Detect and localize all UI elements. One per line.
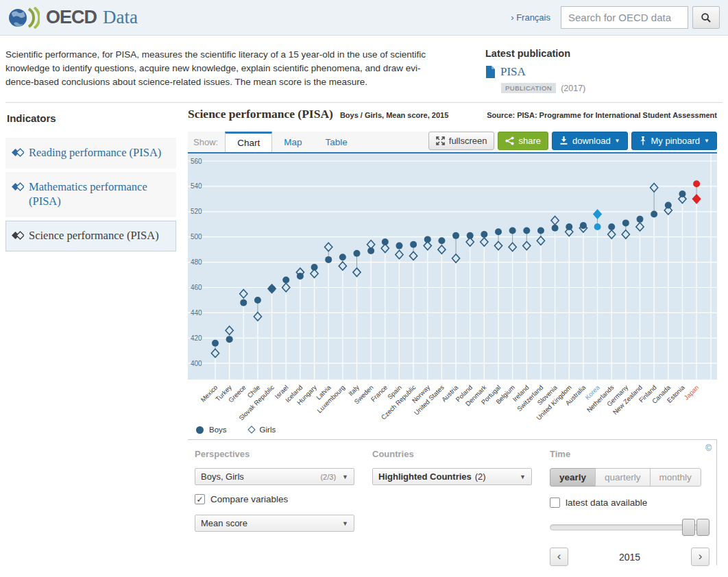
publication-badge: PUBLICATION [501, 83, 556, 93]
frequency-monthly-button[interactable]: monthly [650, 468, 701, 487]
time-range-slider [550, 518, 709, 537]
chart-source: Source: PISA: Programme for Internationa… [487, 111, 717, 119]
chevron-down-icon: ▼ [342, 474, 348, 480]
tab-chart[interactable]: Chart [225, 132, 272, 152]
page-title: Science performance (PISA) [188, 107, 333, 121]
sidebar-item-mathematics-performance[interactable]: Mathematics performance (PISA) [5, 172, 176, 217]
compare-variables-checkbox[interactable]: ✓ Compare variables [195, 494, 354, 504]
indicator-icon [12, 182, 24, 191]
share-icon [505, 136, 514, 145]
my-pinboard-button[interactable]: My pinboard ▼ [631, 132, 717, 150]
chevron-down-icon: ▼ [342, 520, 348, 527]
measure-dropdown[interactable]: Mean score ▼ [195, 515, 354, 532]
chevron-down-icon: ▼ [520, 474, 526, 480]
current-year-label: 2015 [619, 552, 640, 563]
top-header: OECD Data › Français [0, 0, 728, 36]
time-heading: Time [550, 449, 709, 459]
frequency-toggle: yearly quarterly monthly [550, 468, 701, 487]
time-panel: Time yearly quarterly monthly latest dat… [550, 449, 709, 545]
chart-controls-panel: © Perspectives Boys, Girls (2/3) ▼ ✓ Com… [188, 439, 717, 565]
chevron-down-icon: ▼ [704, 138, 709, 144]
svg-text:520: 520 [191, 208, 202, 215]
countries-heading: Countries [372, 449, 532, 459]
chevron-down-icon: ▼ [615, 138, 620, 144]
brand-data-text: Data [103, 7, 138, 28]
copyright-icon[interactable]: © [705, 443, 712, 453]
indicators-sidebar: Indicators Reading performance (PISA) Ma… [5, 103, 176, 255]
svg-text:400: 400 [191, 360, 202, 367]
search-button[interactable] [692, 6, 720, 29]
language-switch-link[interactable]: › Français [511, 12, 550, 23]
oecd-data-logo[interactable]: OECD Data [8, 7, 138, 29]
sidebar-item-label: Reading performance (PISA) [29, 145, 161, 160]
search-icon [701, 12, 712, 23]
publication-title: PISA [500, 65, 526, 79]
download-icon [559, 136, 568, 145]
fullscreen-icon [436, 136, 445, 145]
science-scatter-chart[interactable]: 400420440460480500520540560MexicoTurkeyG… [188, 154, 717, 422]
svg-text:440: 440 [191, 309, 202, 317]
legend-boys: Boys [196, 426, 227, 434]
frequency-yearly-button[interactable]: yearly [550, 468, 596, 487]
previous-year-button[interactable]: ‹ [550, 548, 568, 566]
chart-toolbar: Show: Chart Map Table fullscreen [188, 132, 717, 154]
fullscreen-button[interactable]: fullscreen [428, 132, 495, 150]
perspectives-heading: Perspectives [195, 449, 354, 459]
perspectives-panel: Perspectives Boys, Girls (2/3) ▼ ✓ Compa… [195, 449, 354, 545]
sidebar-item-label: Mathematics performance (PISA) [29, 180, 170, 208]
countries-panel: Countries Highlighted Countries (2) ▼ [372, 449, 532, 545]
countries-dropdown[interactable]: Highlighted Countries (2) ▼ [372, 468, 532, 485]
share-button[interactable]: share [498, 132, 548, 150]
perspectives-dropdown[interactable]: Boys, Girls (2/3) ▼ [195, 468, 354, 485]
show-label: Show: [188, 132, 225, 152]
svg-text:480: 480 [191, 258, 202, 266]
indicators-heading: Indicators [7, 112, 175, 124]
checkbox-checked-icon: ✓ [195, 494, 205, 504]
indicator-icon [12, 148, 24, 157]
slider-handle-start[interactable] [682, 519, 695, 536]
boys-marker-icon [196, 426, 204, 434]
legend-girls: Girls [249, 426, 276, 434]
publication-year: (2017) [561, 84, 585, 93]
girls-marker-icon [247, 426, 255, 433]
pin-icon [639, 136, 647, 145]
svg-text:500: 500 [191, 233, 202, 241]
svg-text:460: 460 [191, 284, 202, 291]
sidebar-item-reading-performance[interactable]: Reading performance (PISA) [5, 138, 176, 169]
latest-data-checkbox[interactable]: latest data available [550, 498, 709, 508]
publication-link[interactable]: PISA [485, 65, 718, 79]
chart-legend: Boys Girls [188, 422, 717, 439]
chart-subtitle: Boys / Girls, Mean score, 2015 [340, 111, 448, 119]
svg-text:420: 420 [191, 334, 202, 342]
indicator-icon [12, 231, 24, 240]
brand-oecd-text: OECD [46, 7, 97, 28]
indicator-description: Scientific performance, for PISA, measur… [5, 48, 463, 93]
latest-publication-block: Latest publication PISA PUBLICATION (201… [485, 48, 718, 93]
perspectives-count: (2/3) [320, 473, 336, 481]
search-input[interactable] [561, 6, 688, 29]
sidebar-item-science-performance-active[interactable]: Science performance (PISA) [5, 221, 176, 251]
slider-handle-end[interactable] [696, 519, 709, 536]
checkbox-unchecked [550, 498, 560, 508]
svg-text:540: 540 [191, 182, 202, 190]
sidebar-item-label: Science performance (PISA) [29, 228, 159, 243]
download-button[interactable]: download ▼ [552, 132, 628, 150]
latest-publication-heading: Latest publication [485, 48, 718, 59]
svg-text:Japan: Japan [682, 384, 700, 402]
next-year-button[interactable]: › [691, 548, 709, 566]
tab-table[interactable]: Table [313, 132, 359, 152]
document-icon [485, 66, 495, 78]
frequency-quarterly-button[interactable]: quarterly [595, 468, 651, 487]
oecd-globe-icon [8, 7, 40, 29]
svg-text:560: 560 [191, 158, 202, 165]
tab-map[interactable]: Map [272, 132, 313, 152]
